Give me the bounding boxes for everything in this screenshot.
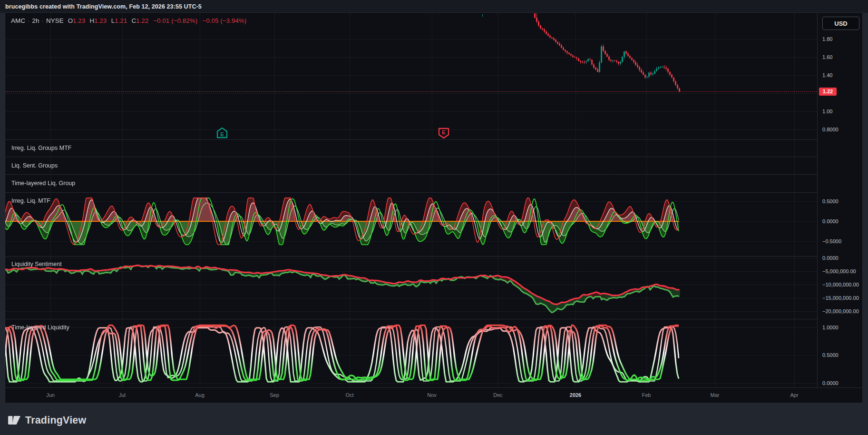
time-axis-label: Mar <box>711 392 720 398</box>
last-price-badge: 1.22 <box>819 88 837 96</box>
price-scale-tick: 0.0000 <box>822 255 839 261</box>
high-value: 1.23 <box>94 17 107 24</box>
time-axis-label: Aug <box>195 392 205 398</box>
price-scale-tick: −0.5000 <box>822 238 841 244</box>
tradingview-logo[interactable]: TradingView <box>8 414 86 427</box>
price-scale-tick: −10,000,000.00 <box>822 282 859 287</box>
tradingview-logo-icon <box>8 414 21 427</box>
time-axis-label: Sep <box>270 392 279 398</box>
pane-title: Liquidity Sentiment <box>11 261 62 267</box>
time-axis-label: Jul <box>119 392 126 398</box>
price-scale-tick: −5,000,000.00 <box>822 268 856 274</box>
pane-title: Irreg. Liq. Groups MTF <box>11 145 71 151</box>
pane-title: Time-layered Liquidity <box>11 324 69 331</box>
time-axis-label: Nov <box>427 392 437 398</box>
price-scale-tick: 0.0000 <box>822 218 839 224</box>
symbol-exchange: NYSE <box>46 17 64 24</box>
price-scale-tick: 1.00 <box>822 109 832 114</box>
close-label: C <box>131 17 136 24</box>
close-value: 1.22 <box>136 17 148 24</box>
price-scale-tick: 1.0000 <box>822 325 839 330</box>
price-scale-tick: 0.5000 <box>822 352 839 358</box>
pane-title: Irreg. Liq. MTF <box>11 198 50 204</box>
time-axis-label: Dec <box>493 392 503 398</box>
time-axis-label: Feb <box>642 392 651 398</box>
time-axis-label: Jun <box>46 392 55 398</box>
price-scale[interactable]: USD 1.22 1.801.601.401.000.80000.50000.0… <box>817 13 863 387</box>
pane-title: Time-layered Liq. Group <box>11 180 75 187</box>
earnings-marker-icon[interactable]: E <box>216 127 228 138</box>
price-scale-tick: 1.60 <box>822 54 832 60</box>
low-value: 1.21 <box>115 17 127 24</box>
time-axis-label: Apr <box>790 392 798 398</box>
change-extended: −0.05 (−3.94%) <box>203 17 247 24</box>
price-scale-tick: 0.0000 <box>822 380 839 386</box>
attribution-bar: brucegibbs created with TradingView.com,… <box>0 0 868 13</box>
time-axis[interactable]: JunJulAugSepOctNovDec2026FebMarApr <box>5 387 862 403</box>
time-axis-label: 2026 <box>570 392 581 398</box>
currency-toggle-button[interactable]: USD <box>822 17 859 30</box>
open-label: O <box>68 17 73 24</box>
earnings-upcoming-marker-icon[interactable]: E <box>438 128 449 139</box>
svg-text:E: E <box>220 131 224 137</box>
time-axis-label: Oct <box>345 392 353 398</box>
price-scale-tick: −15,000,000.00 <box>822 295 859 301</box>
price-scale-tick: 1.80 <box>822 36 832 42</box>
price-scale-tick: 1.40 <box>822 72 832 78</box>
price-scale-tick: 0.5000 <box>822 198 839 204</box>
price-scale-tick: −20,000,000.00 <box>822 308 859 314</box>
change-absolute: −0.01 (−0.82%) <box>153 17 197 24</box>
attribution-text: brucegibbs created with TradingView.com,… <box>5 3 202 10</box>
svg-text:E: E <box>442 129 446 135</box>
pane-title: Liq. Sent. Groups <box>11 162 58 169</box>
open-value: 1.23 <box>73 17 85 24</box>
chart-plot-canvas[interactable] <box>5 13 817 387</box>
symbol-legend: AMC·2h·NYSEO1.23H1.23L1.21C1.22−0.01 (−0… <box>11 17 247 24</box>
price-scale-tick: 0.8000 <box>822 127 839 132</box>
symbol-name: AMC <box>11 17 25 24</box>
chart-widget: AMC·2h·NYSEO1.23H1.23L1.21C1.22−0.01 (−0… <box>5 13 862 402</box>
symbol-interval: 2h <box>32 17 39 24</box>
low-label: L <box>111 17 115 24</box>
high-label: H <box>90 17 95 24</box>
tradingview-logo-text: TradingView <box>25 415 86 426</box>
